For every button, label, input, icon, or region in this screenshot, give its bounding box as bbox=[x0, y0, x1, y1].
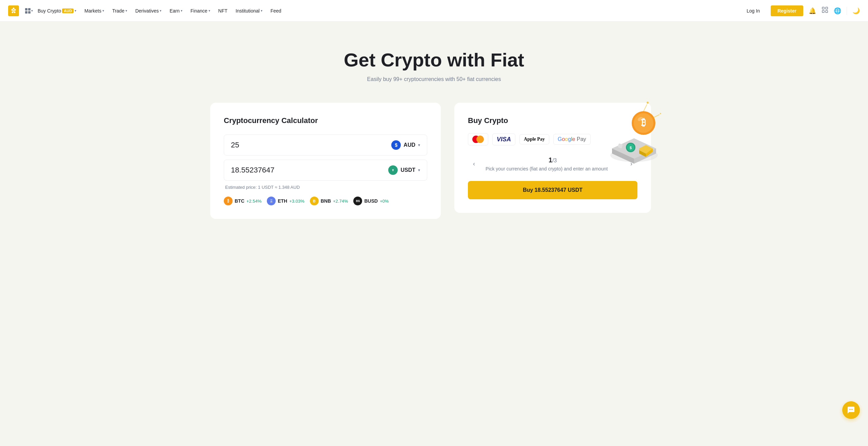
estimated-price: Estimated price: 1 USDT ≈ 1.348 AUD bbox=[224, 185, 427, 190]
crypto-item-eth[interactable]: Ξ ETH +3.03% bbox=[267, 197, 304, 205]
visa-logo[interactable]: VISA bbox=[492, 134, 515, 145]
busd-change: +0% bbox=[380, 199, 389, 204]
nav-item-nft[interactable]: NFT bbox=[215, 5, 231, 16]
fiat-amount-value[interactable]: 25 bbox=[231, 141, 239, 149]
fiat-currency-arrow: ▾ bbox=[418, 143, 420, 147]
googlepay-logo[interactable]: Google Pay bbox=[553, 134, 591, 145]
step-slider: ‹ 1/3 Pick your currencies (fiat and cry… bbox=[468, 156, 637, 171]
payment-methods: VISA Apple Pay Google Pay bbox=[468, 133, 637, 145]
theme-toggle-icon[interactable]: 🌙 bbox=[852, 7, 860, 15]
svg-point-27 bbox=[660, 113, 661, 114]
crypto-amount-value[interactable]: 18.55237647 bbox=[231, 166, 274, 175]
slider-counter: 1/3 bbox=[486, 156, 620, 164]
btc-label: BTC bbox=[235, 198, 244, 204]
busd-label: BUSD bbox=[364, 198, 378, 204]
bnb-change: +2.74% bbox=[333, 199, 348, 204]
nav-item-trade[interactable]: Trade ▾ bbox=[109, 5, 131, 16]
earn-chevron: ▾ bbox=[181, 9, 182, 13]
slider-content: 1/3 Pick your currencies (fiat and crypt… bbox=[480, 156, 625, 171]
nav-menu: Buy Crypto AUD ▾ Markets ▾ Trade ▾ Deriv… bbox=[34, 5, 741, 16]
googlepay-text: Google Pay bbox=[558, 136, 586, 142]
crypto-item-btc[interactable]: ₿ BTC +2.54% bbox=[224, 197, 261, 205]
nav-item-buy-crypto[interactable]: Buy Crypto AUD ▾ bbox=[34, 5, 80, 16]
usdt-icon bbox=[388, 165, 398, 175]
busd-icon: B$ bbox=[353, 197, 362, 205]
trade-chevron: ▾ bbox=[125, 9, 127, 13]
markets-chevron: ▾ bbox=[102, 9, 104, 13]
calculator-card: Cryptocurrency Calculator 25 $ AUD ▾ 18.… bbox=[210, 103, 441, 219]
visa-text: VISA bbox=[497, 136, 511, 143]
main-content: Cryptocurrency Calculator 25 $ AUD ▾ 18.… bbox=[197, 103, 671, 239]
fiat-currency-label: AUD bbox=[403, 142, 415, 148]
grid-menu-icon[interactable]: ▾ bbox=[24, 7, 33, 14]
hero-subtitle: Easily buy 99+ cryptocurrencies with 50+… bbox=[8, 76, 860, 82]
slider-prev-button[interactable]: ‹ bbox=[468, 158, 480, 170]
btc-icon: ₿ bbox=[224, 197, 233, 205]
slider-description: Pick your currencies (fiat and crypto) a… bbox=[486, 166, 620, 171]
eth-label: ETH bbox=[278, 198, 287, 204]
grid-menu-chevron: ▾ bbox=[31, 9, 33, 13]
eth-change: +3.03% bbox=[289, 199, 304, 204]
fiat-input-group[interactable]: 25 $ AUD ▾ bbox=[224, 135, 427, 156]
finance-chevron: ▾ bbox=[209, 9, 210, 13]
aud-icon: $ bbox=[391, 140, 401, 150]
crypto-currency-selector[interactable]: USDT ▾ bbox=[388, 165, 420, 175]
mastercard-circle-orange bbox=[476, 136, 484, 143]
language-icon[interactable]: 🌐 bbox=[834, 7, 841, 15]
crypto-currency-arrow: ▾ bbox=[418, 168, 420, 173]
nav-right: Log In Register 🔔 🌐 🌙 bbox=[741, 5, 860, 16]
buy-crypto-card: Buy Crypto VISA Apple Pay Goog bbox=[454, 103, 651, 213]
svg-rect-3 bbox=[25, 11, 27, 14]
nav-divider bbox=[847, 7, 847, 15]
svg-rect-7 bbox=[826, 7, 828, 9]
nav-item-earn[interactable]: Earn ▾ bbox=[166, 5, 186, 16]
fiat-currency-selector[interactable]: $ AUD ▾ bbox=[391, 140, 420, 150]
crypto-currency-label: USDT bbox=[400, 167, 415, 173]
buy-crypto-section: Buy Crypto VISA Apple Pay Goog bbox=[454, 103, 658, 213]
binance-logo[interactable] bbox=[8, 5, 19, 16]
nav-item-institutional[interactable]: Institutional ▾ bbox=[232, 5, 266, 16]
institutional-chevron: ▾ bbox=[261, 9, 262, 13]
nav-item-derivatives[interactable]: Derivatives ▾ bbox=[132, 5, 165, 16]
hero-section: Get Crypto with Fiat Easily buy 99+ cryp… bbox=[0, 22, 868, 103]
svg-rect-2 bbox=[28, 8, 31, 11]
svg-line-25 bbox=[653, 115, 659, 118]
applepay-logo[interactable]: Apple Pay bbox=[519, 134, 549, 144]
applepay-text: Apple Pay bbox=[524, 137, 545, 142]
nav-item-feed[interactable]: Feed bbox=[267, 5, 285, 16]
buy-button[interactable]: Buy 18.55237647 USDT bbox=[468, 181, 637, 199]
aud-badge: AUD bbox=[62, 8, 74, 13]
crypto-item-busd[interactable]: B$ BUSD +0% bbox=[353, 197, 389, 205]
svg-rect-6 bbox=[822, 11, 824, 13]
crypto-output-group[interactable]: 18.55237647 USDT ▾ bbox=[224, 160, 427, 181]
nav-item-finance[interactable]: Finance ▾ bbox=[187, 5, 214, 16]
mastercard-logo[interactable] bbox=[468, 133, 488, 145]
buy-crypto-title: Buy Crypto bbox=[468, 116, 637, 125]
navbar: ▾ Buy Crypto AUD ▾ Markets ▾ Trade ▾ Der… bbox=[0, 0, 868, 22]
calculator-title: Cryptocurrency Calculator bbox=[224, 116, 427, 125]
svg-rect-5 bbox=[822, 7, 824, 9]
profile-icon[interactable] bbox=[822, 6, 828, 15]
btc-change: +2.54% bbox=[246, 199, 261, 204]
notification-icon[interactable]: 🔔 bbox=[809, 7, 816, 15]
bnb-label: BNB bbox=[321, 198, 331, 204]
nav-item-markets[interactable]: Markets ▾ bbox=[81, 5, 107, 16]
login-button[interactable]: Log In bbox=[741, 5, 765, 16]
svg-rect-1 bbox=[25, 8, 27, 11]
slider-next-button[interactable]: › bbox=[625, 158, 637, 170]
svg-rect-4 bbox=[28, 11, 31, 14]
crypto-item-bnb[interactable]: B BNB +2.74% bbox=[310, 197, 348, 205]
crypto-list: ₿ BTC +2.54% Ξ ETH +3.03% B BNB +2.74% B… bbox=[224, 197, 427, 205]
register-button[interactable]: Register bbox=[771, 5, 803, 16]
eth-icon: Ξ bbox=[267, 197, 276, 205]
derivatives-chevron: ▾ bbox=[160, 9, 161, 13]
bnb-icon: B bbox=[310, 197, 319, 205]
svg-rect-8 bbox=[826, 11, 828, 13]
hero-title: Get Crypto with Fiat bbox=[8, 49, 860, 71]
buy-crypto-chevron: ▾ bbox=[75, 9, 76, 13]
